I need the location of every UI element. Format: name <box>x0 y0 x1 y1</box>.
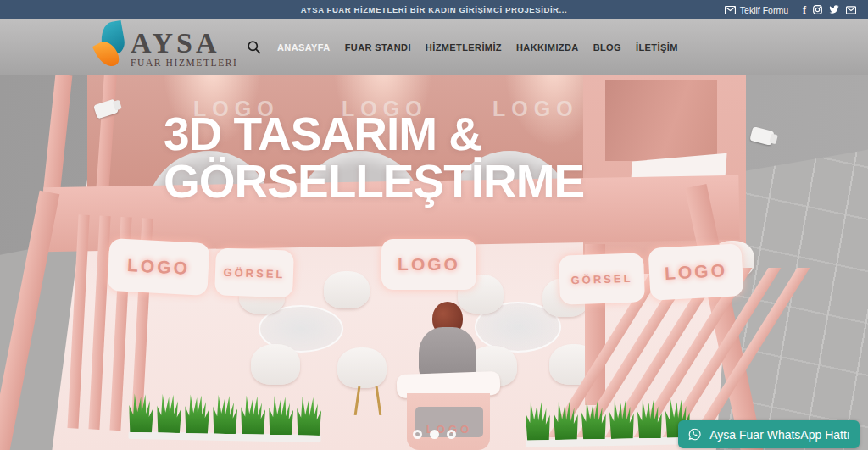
quote-form-label: Teklif Formu <box>740 5 788 15</box>
nav-menu: ANASAYFA FUAR STANDI HİZMETLERİMİZ HAKKI… <box>247 19 678 75</box>
chair <box>337 347 387 388</box>
planter-right <box>526 398 691 440</box>
slider-dots <box>413 430 456 439</box>
quote-form-link[interactable]: Teklif Formu <box>725 5 788 15</box>
hero-heading-line1: 3D TASARIM & <box>164 110 584 158</box>
chair <box>324 271 370 308</box>
hero-heading-line2: GÖRSELLEŞTİRME <box>164 158 584 205</box>
search-button[interactable] <box>247 40 261 54</box>
envelope-icon <box>725 6 736 14</box>
hanging-sign-logo: LOGO <box>107 238 209 296</box>
twitter-icon[interactable] <box>829 5 839 14</box>
nav-item-iletisim[interactable]: İLETİŞİM <box>636 42 678 53</box>
nav-item-hizmetlerimiz[interactable]: HİZMETLERİMİZ <box>426 42 502 53</box>
search-icon <box>247 40 261 54</box>
hanging-sign-logo: LOGO <box>648 243 743 301</box>
page: AYSA FUAR HİZMETLERİ BİR KADIN GİRİŞİMCİ… <box>0 0 868 450</box>
hanging-sign-gorsel: GÖRSEL <box>214 247 294 297</box>
nav-item-fuar-standi[interactable]: FUAR STANDI <box>345 42 411 53</box>
top-bar: AYSA FUAR HİZMETLERİ BİR KADIN GİRİŞİMCİ… <box>0 0 868 19</box>
nav-bar: AYSA FUAR HİZMETLERİ ANASAYFA FUAR STAND… <box>0 19 868 75</box>
chair <box>251 344 300 385</box>
whatsapp-label: Aysa Fuar WhatsApp Hattı <box>709 428 849 442</box>
flame-icon <box>95 22 129 69</box>
hero-heading: 3D TASARIM & GÖRSELLEŞTİRME <box>164 110 584 205</box>
slider-dot-1[interactable] <box>413 430 422 439</box>
slider-dot-3[interactable] <box>447 430 456 439</box>
whatsapp-icon <box>687 427 702 442</box>
stand-post <box>43 75 73 196</box>
logo-title: AYSA <box>131 29 238 58</box>
planter-left <box>129 393 322 436</box>
logo-subtitle: FUAR HİZMETLERİ <box>131 58 238 69</box>
hanging-sign-logo: LOGO <box>381 239 476 290</box>
facebook-icon[interactable]: f <box>803 6 806 14</box>
slider-dot-2-active[interactable] <box>430 430 439 439</box>
whatsapp-button[interactable]: Aysa Fuar WhatsApp Hattı <box>678 420 860 448</box>
spotlight-icon <box>749 126 774 146</box>
nav-item-blog[interactable]: BLOG <box>593 42 621 53</box>
nav-item-hakkimizda[interactable]: HAKKIMIZDA <box>516 42 579 53</box>
hanging-sign-gorsel: GÖRSEL <box>559 253 645 304</box>
instagram-icon[interactable] <box>813 5 822 14</box>
hero-slider: LOGO LOGO LOGO GÖRSEL <box>0 75 868 450</box>
mail-icon[interactable] <box>846 6 856 14</box>
topbar-right-group: Teklif Formu f <box>725 5 856 15</box>
social-links: f <box>803 5 856 14</box>
nav-item-anasayfa[interactable]: ANASAYFA <box>277 42 331 53</box>
logo[interactable]: AYSA FUAR HİZMETLERİ <box>95 22 238 69</box>
